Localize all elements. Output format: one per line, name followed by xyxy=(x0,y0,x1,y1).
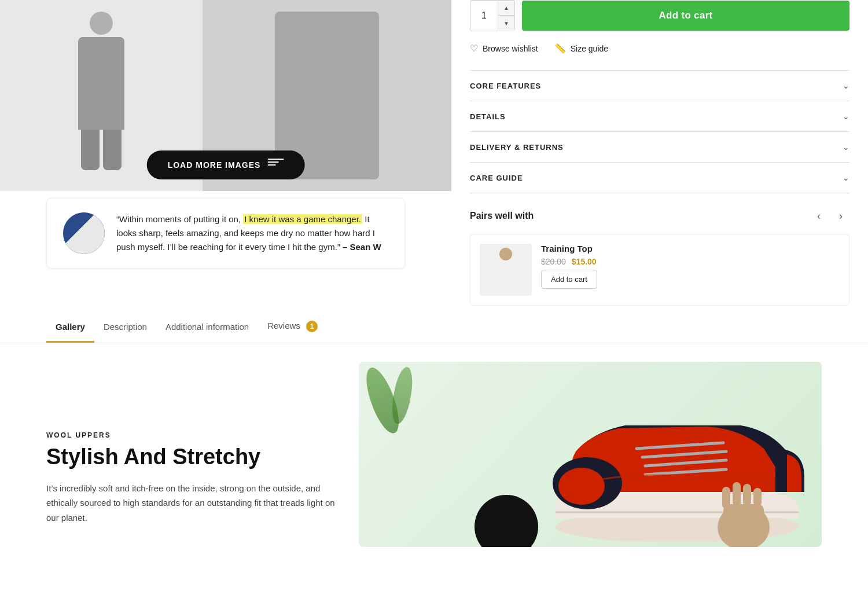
pairs-product-info: Training Top $20.00 $15.00 Add to cart xyxy=(541,244,597,289)
accordion-title-care-guide: CARE GUIDE xyxy=(470,174,523,182)
shirt-figure xyxy=(492,248,520,292)
pairs-product-image xyxy=(480,244,532,296)
product-left-column: LOAD MORE IMAGES “Within moments of putt… xyxy=(0,0,451,306)
pairs-next-button[interactable]: › xyxy=(832,207,849,225)
model-head xyxy=(90,12,113,35)
svg-rect-11 xyxy=(743,484,751,506)
heart-icon: ♡ xyxy=(470,43,478,54)
qty-increment-button[interactable]: ▲ xyxy=(498,1,514,16)
gallery-content: WOOL UPPERS Stylish And Stretchy It’s in… xyxy=(0,362,868,547)
tab-description[interactable]: Description xyxy=(94,311,156,343)
chevron-down-icon-care: ⌄ xyxy=(843,173,849,182)
tab-additional-information-label: Additional information xyxy=(165,322,249,332)
accordion: CORE FEATURES ⌄ DETAILS ⌄ DELIVERY & RET… xyxy=(470,70,849,193)
cart-row: 1 ▲ ▼ Add to cart xyxy=(470,0,849,31)
avatar-image xyxy=(63,212,105,254)
quantity-stepper[interactable]: 1 ▲ ▼ xyxy=(470,0,515,31)
accordion-header-care-guide[interactable]: CARE GUIDE ⌄ xyxy=(470,163,849,193)
product-panel: 1 ▲ ▼ Add to cart ♡ Browse wishlist 📏 Si… xyxy=(451,0,868,306)
accordion-item-core-features: CORE FEATURES ⌄ xyxy=(470,71,849,101)
size-guide-link[interactable]: 📏 Size guide xyxy=(554,43,608,54)
svg-rect-9 xyxy=(722,487,730,509)
reviews-count-badge: 1 xyxy=(306,321,318,332)
svg-rect-10 xyxy=(733,482,741,506)
actions-row: ♡ Browse wishlist 📏 Size guide xyxy=(470,43,849,54)
ruler-icon: 📏 xyxy=(554,43,566,54)
chevron-down-icon: ⌄ xyxy=(843,81,849,90)
grid-icon xyxy=(267,159,284,171)
chevron-down-icon-delivery: ⌄ xyxy=(843,142,849,152)
quote-before: “Within moments of putting it on, xyxy=(116,214,241,224)
wool-uppers-label: WOOL UPPERS xyxy=(46,431,336,439)
sneaker-container xyxy=(359,362,822,547)
model-legs xyxy=(55,130,148,170)
pairs-title: Pairs well with xyxy=(470,211,534,221)
pairs-card: Training Top $20.00 $15.00 Add to cart xyxy=(470,234,849,306)
svg-point-2 xyxy=(558,468,605,505)
svg-rect-8 xyxy=(723,504,764,533)
gallery-description: It’s incredibly soft and itch-free on th… xyxy=(46,481,336,526)
pairs-add-to-cart-button[interactable]: Add to cart xyxy=(541,270,597,289)
accordion-title-delivery-returns: DELIVERY & RETURNS xyxy=(470,143,564,152)
tab-description-label: Description xyxy=(104,322,147,332)
tab-gallery-label: Gallery xyxy=(56,322,85,332)
accordion-header-core-features[interactable]: CORE FEATURES ⌄ xyxy=(470,71,849,101)
pairs-navigation: ‹ › xyxy=(810,207,849,225)
model-leg-right xyxy=(103,130,122,170)
quote-highlight: I knew it was a game changer. xyxy=(243,214,362,224)
page-wrapper: LOAD MORE IMAGES “Within moments of putt… xyxy=(0,0,868,595)
tab-additional-information[interactable]: Additional information xyxy=(156,311,258,343)
browse-wishlist-link[interactable]: ♡ Browse wishlist xyxy=(470,43,538,54)
product-images: LOAD MORE IMAGES xyxy=(0,0,451,191)
size-guide-label: Size guide xyxy=(571,44,608,53)
review-quote: “Within moments of putting it on, I knew… xyxy=(116,212,388,254)
accordion-title-core-features: CORE FEATURES xyxy=(470,82,541,90)
reviewer-avatar xyxy=(63,212,105,254)
pairs-section: Pairs well with ‹ › Training Top xyxy=(470,207,849,306)
load-more-label: LOAD MORE IMAGES xyxy=(168,160,261,170)
svg-rect-12 xyxy=(753,488,762,506)
accordion-header-details[interactable]: DETAILS ⌄ xyxy=(470,101,849,131)
browse-wishlist-label: Browse wishlist xyxy=(483,44,538,53)
model-figure-left xyxy=(55,12,148,179)
accordion-item-delivery-returns: DELIVERY & RETURNS ⌄ xyxy=(470,132,849,163)
accordion-item-details: DETAILS ⌄ xyxy=(470,101,849,132)
pairs-product-name: Training Top xyxy=(541,244,597,254)
quantity-value: 1 xyxy=(470,1,498,31)
product-top-section: LOAD MORE IMAGES “Within moments of putt… xyxy=(0,0,868,306)
tab-reviews-label: Reviews xyxy=(267,321,300,330)
quote-author: – Sean W xyxy=(343,242,381,252)
pairs-header: Pairs well with ‹ › xyxy=(470,207,849,225)
gallery-product-image xyxy=(359,362,822,547)
accordion-header-delivery-returns[interactable]: DELIVERY & RETURNS ⌄ xyxy=(470,132,849,162)
shirt-body xyxy=(492,263,520,292)
tab-gallery[interactable]: Gallery xyxy=(46,311,94,343)
hand-holding xyxy=(706,475,781,547)
chevron-down-icon-details: ⌄ xyxy=(843,112,849,121)
accordion-title-details: DETAILS xyxy=(470,112,506,121)
review-box: “Within moments of putting it on, I knew… xyxy=(46,198,405,269)
accordion-item-care-guide: CARE GUIDE ⌄ xyxy=(470,163,849,193)
gallery-heading: Stylish And Stretchy xyxy=(46,445,336,469)
tabs-bar: Gallery Description Additional informati… xyxy=(0,310,868,343)
hand-svg xyxy=(706,475,781,547)
shirt-head xyxy=(499,248,512,260)
pairs-new-price: $15.00 xyxy=(572,257,597,266)
pairs-old-price: $20.00 xyxy=(541,257,566,266)
model-leg-left xyxy=(81,130,100,170)
load-more-images-button[interactable]: LOAD MORE IMAGES xyxy=(147,150,305,179)
qty-arrows: ▲ ▼ xyxy=(498,1,514,31)
tab-reviews[interactable]: Reviews 1 xyxy=(258,310,327,343)
model-body xyxy=(78,37,124,130)
add-to-cart-button[interactable]: Add to cart xyxy=(522,1,849,31)
qty-decrement-button[interactable]: ▼ xyxy=(498,16,514,31)
pairs-prev-button[interactable]: ‹ xyxy=(810,207,827,225)
pairs-prices: $20.00 $15.00 xyxy=(541,257,597,266)
gallery-text: WOOL UPPERS Stylish And Stretchy It’s in… xyxy=(46,362,336,547)
